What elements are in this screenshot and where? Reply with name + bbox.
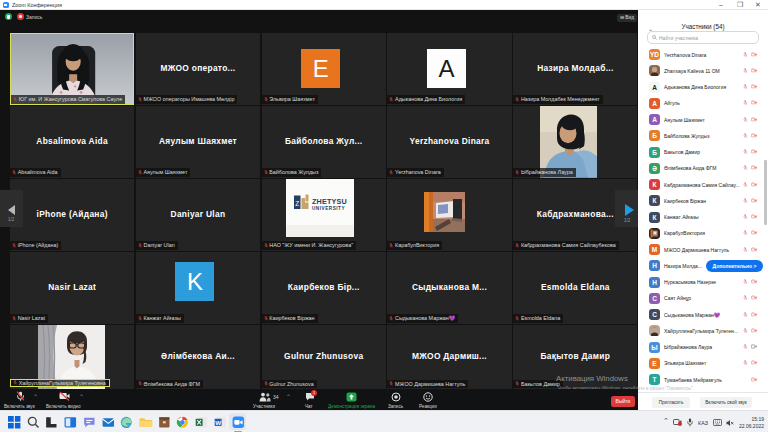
svg-text:Z: Z xyxy=(295,200,299,207)
svg-text:UNIVERSITY: UNIVERSITY xyxy=(312,206,345,211)
svg-text:W: W xyxy=(215,419,221,426)
svg-text:ZHETYSU: ZHETYSU xyxy=(312,197,347,206)
